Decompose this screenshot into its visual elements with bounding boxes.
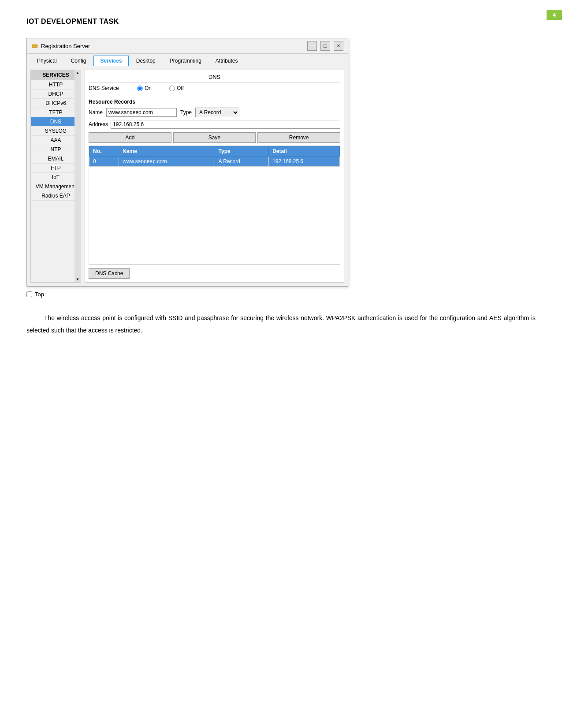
svg-point-3 bbox=[34, 46, 35, 47]
table-header: No. Name Type Detail bbox=[89, 146, 340, 157]
records-table: No. Name Type Detail 0 www.sandeep.com A… bbox=[89, 146, 340, 167]
window-body: SERVICES HTTP DHCP DHCPv6 TFTP DNS SYSLO… bbox=[27, 66, 348, 286]
body-text: The wireless access point is configured … bbox=[26, 312, 536, 336]
tab-services[interactable]: Services bbox=[93, 56, 128, 66]
services-header: SERVICES bbox=[31, 70, 81, 80]
tab-config[interactable]: Config bbox=[64, 56, 93, 66]
tab-physical[interactable]: Physical bbox=[30, 56, 63, 66]
action-buttons-row: Add Save Remove bbox=[89, 132, 340, 143]
dns-panel: DNS DNS Service On Off bbox=[85, 70, 344, 283]
cell-no: 0 bbox=[89, 157, 119, 167]
sidebar-item-vm-management[interactable]: VM Management bbox=[31, 182, 81, 191]
resource-records-label: Resource Records bbox=[89, 99, 340, 105]
window-controls: — □ × bbox=[307, 41, 343, 51]
services-sidebar: SERVICES HTTP DHCP DHCPv6 TFTP DNS SYSLO… bbox=[30, 70, 81, 283]
radio-off-label: Off bbox=[177, 85, 184, 91]
radio-off-option[interactable]: Off bbox=[169, 85, 184, 91]
svg-point-4 bbox=[36, 46, 37, 47]
sidebar-item-dns[interactable]: DNS bbox=[31, 117, 81, 127]
sidebar-item-dhcp[interactable]: DHCP bbox=[31, 90, 81, 99]
name-input[interactable] bbox=[106, 108, 177, 117]
page-number-badge: 4 bbox=[547, 10, 562, 20]
window-titlebar: Registration Server — □ × bbox=[27, 38, 348, 54]
window-app-icon bbox=[31, 42, 38, 49]
top-label: Top bbox=[35, 291, 44, 298]
dns-service-row: DNS Service On Off bbox=[89, 85, 340, 91]
window-title-left: Registration Server bbox=[31, 42, 90, 49]
sidebar-item-email[interactable]: EMAIL bbox=[31, 154, 81, 164]
scroll-down-arrow[interactable]: ▼ bbox=[76, 277, 79, 281]
radio-on-input[interactable] bbox=[137, 86, 143, 91]
table-row[interactable]: 0 www.sandeep.com A Record 192.168.25.6 bbox=[89, 157, 340, 167]
sidebar-scrollbar[interactable]: ▲ ▼ bbox=[74, 70, 81, 282]
services-list: HTTP DHCP DHCPv6 TFTP DNS SYSLOG AAA NTP… bbox=[31, 80, 81, 201]
name-type-row: Name Type A Record AAAA Record CNAME MX … bbox=[89, 108, 340, 117]
dns-cache-button[interactable]: DNS Cache bbox=[89, 268, 130, 279]
radio-group: On Off bbox=[137, 85, 184, 91]
svg-rect-1 bbox=[33, 44, 37, 45]
radio-on-label: On bbox=[145, 85, 152, 91]
records-table-container: No. Name Type Detail 0 www.sandeep.com A… bbox=[89, 146, 340, 265]
paragraph-1: The wireless access point is configured … bbox=[26, 312, 536, 336]
col-type: Type bbox=[215, 146, 269, 157]
svg-point-2 bbox=[33, 46, 34, 47]
remove-button[interactable]: Remove bbox=[257, 132, 340, 143]
window-frame: Registration Server — □ × Physical Confi… bbox=[26, 38, 348, 287]
sidebar-item-syslog[interactable]: SYSLOG bbox=[31, 127, 81, 136]
cell-detail: 192.168.25.6 bbox=[269, 157, 340, 167]
sidebar-item-aaa[interactable]: AAA bbox=[31, 136, 81, 145]
top-row: Top bbox=[26, 291, 536, 298]
cell-type: A Record bbox=[215, 157, 269, 167]
address-row: Address bbox=[89, 120, 340, 129]
name-label: Name bbox=[89, 109, 103, 116]
section-divider bbox=[89, 95, 340, 95]
type-select[interactable]: A Record AAAA Record CNAME MX NS bbox=[195, 108, 239, 117]
sidebar-item-tftp[interactable]: TFTP bbox=[31, 108, 81, 117]
sidebar-item-dhcpv6[interactable]: DHCPv6 bbox=[31, 99, 81, 108]
tab-desktop[interactable]: Desktop bbox=[130, 56, 162, 66]
maximize-button[interactable]: □ bbox=[320, 41, 330, 51]
dns-title: DNS bbox=[89, 74, 340, 82]
col-name: Name bbox=[119, 146, 215, 157]
tabs-bar: Physical Config Services Desktop Program… bbox=[27, 54, 348, 66]
close-button[interactable]: × bbox=[334, 41, 343, 51]
tab-attributes[interactable]: Attributes bbox=[209, 56, 245, 66]
add-button[interactable]: Add bbox=[89, 132, 171, 143]
type-label: Type bbox=[180, 109, 192, 116]
col-detail: Detail bbox=[269, 146, 340, 157]
table-body: 0 www.sandeep.com A Record 192.168.25.6 bbox=[89, 157, 340, 167]
scroll-up-arrow[interactable]: ▲ bbox=[76, 71, 79, 75]
address-label: Address bbox=[89, 121, 108, 127]
page-title: IOT DEVELOPMENT TASK bbox=[26, 18, 536, 26]
col-no: No. bbox=[89, 146, 119, 157]
sidebar-item-ftp[interactable]: FTP bbox=[31, 164, 81, 173]
sidebar-item-ntp[interactable]: NTP bbox=[31, 145, 81, 154]
minimize-button[interactable]: — bbox=[307, 41, 317, 51]
sidebar-item-iot[interactable]: IoT bbox=[31, 173, 81, 182]
address-input[interactable] bbox=[111, 120, 340, 129]
cell-name: www.sandeep.com bbox=[119, 157, 215, 167]
sidebar-item-radius-eap[interactable]: Radius EAP bbox=[31, 191, 81, 201]
sidebar-item-http[interactable]: HTTP bbox=[31, 80, 81, 90]
radio-on-option[interactable]: On bbox=[137, 85, 152, 91]
window-title-text: Registration Server bbox=[41, 43, 90, 49]
save-button[interactable]: Save bbox=[173, 132, 256, 143]
radio-off-input[interactable] bbox=[169, 86, 175, 91]
tab-programming[interactable]: Programming bbox=[163, 56, 208, 66]
top-checkbox[interactable] bbox=[26, 291, 32, 297]
dns-service-label: DNS Service bbox=[89, 85, 128, 91]
